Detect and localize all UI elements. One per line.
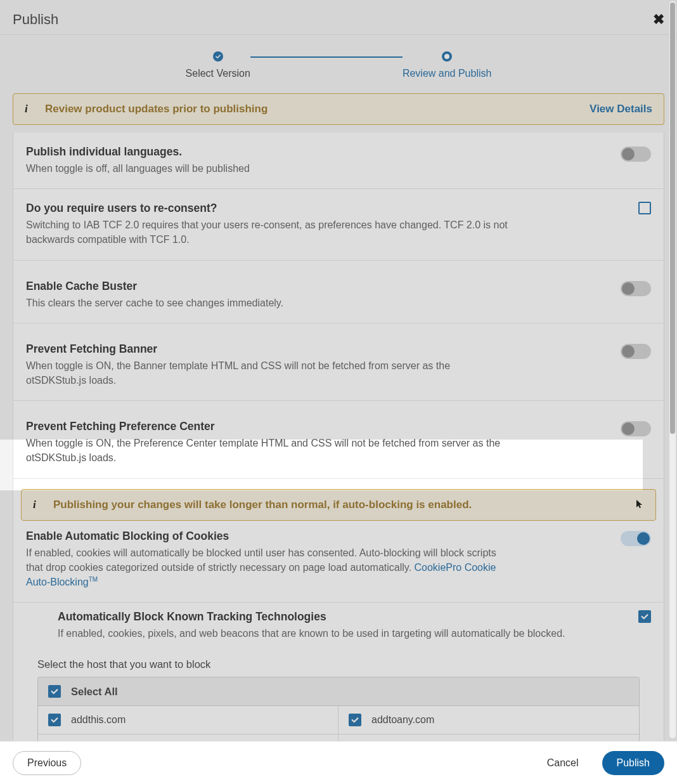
cancel-button[interactable]: Cancel [532, 751, 593, 775]
prevent-banner-toggle[interactable] [621, 344, 651, 359]
known-tracking-title: Automatically Block Known Tracking Techn… [58, 610, 565, 624]
host-checkbox[interactable] [349, 714, 361, 726]
publish-button[interactable]: Publish [602, 751, 664, 775]
vertical-scrollbar[interactable] [669, 1, 676, 738]
prevent-prefcenter-desc: When toggle is ON, the Preference Center… [26, 436, 508, 465]
known-tracking-desc: If enabled, cookies, pixels, and web bea… [58, 626, 565, 641]
cache-buster-toggle[interactable] [621, 281, 651, 296]
autoblock-title: Enable Automatic Blocking of Cookies [26, 530, 508, 543]
host-checkbox[interactable] [48, 714, 61, 726]
reconsent-title: Do you require users to re-consent? [26, 202, 508, 215]
autoblock-toggle[interactable] [621, 531, 651, 546]
publish-languages-toggle[interactable] [621, 147, 651, 162]
info-icon: i [25, 103, 32, 115]
view-details-link[interactable]: View Details [590, 103, 652, 115]
known-tracking-checkbox[interactable] [638, 610, 651, 623]
review-updates-banner: i Review product updates prior to publis… [13, 93, 664, 125]
host-label: addtoany.com [371, 714, 434, 726]
host-cell: addthis.com [38, 706, 338, 734]
modal-title: Publish [13, 11, 58, 28]
step-1-complete-icon [213, 51, 223, 62]
modal-footer: Previous Cancel Publish [0, 741, 677, 784]
previous-button[interactable]: Previous [13, 751, 81, 775]
cache-buster-desc: This clears the server cache to see chan… [26, 296, 283, 310]
host-cell: addtoany.com [338, 706, 639, 734]
reconsent-checkbox[interactable] [638, 202, 651, 214]
host-cell: amazon-adsystem.com [338, 734, 639, 741]
host-table: Select All addthis.comaddtoany.comadsrvr… [37, 677, 640, 741]
prevent-banner-desc: When toggle is ON, the Banner template H… [26, 358, 508, 388]
autoblock-warning-banner: i Publishing your changes will take long… [21, 489, 656, 521]
step-2-current-icon [442, 51, 452, 62]
prevent-banner-title: Prevent Fetching Banner [26, 343, 508, 356]
reconsent-desc: Switching to IAB TCF 2.0 requires that y… [26, 218, 508, 247]
close-icon[interactable]: ✖ [653, 11, 664, 28]
cache-buster-title: Enable Cache Buster [26, 280, 283, 293]
info-icon: i [33, 499, 41, 511]
select-all-checkbox[interactable] [48, 685, 61, 698]
prevent-prefcenter-title: Prevent Fetching Preference Center [26, 420, 508, 433]
autoblock-warning-text: Publishing your changes will take longer… [53, 499, 472, 511]
autoblock-desc: If enabled, cookies will automatically b… [26, 546, 508, 590]
host-select-label: Select the host that you want to block [13, 651, 664, 677]
stepper: Select Version Review and Publish [0, 35, 677, 93]
publish-languages-desc: When toggle is off, all languages will b… [26, 161, 250, 176]
host-cell: adsrvr.org [38, 734, 338, 741]
step-1-label: Select Version [186, 68, 250, 79]
prevent-prefcenter-toggle[interactable] [621, 421, 651, 436]
modal-scroll-area[interactable]: Publish ✖ Select Version Review and Publ… [0, 0, 677, 741]
step-connector [250, 56, 403, 58]
cursor-icon [635, 499, 645, 511]
host-label: addthis.com [71, 714, 126, 726]
banner-text: Review product updates prior to publishi… [45, 103, 268, 115]
publish-languages-title: Publish individual languages. [26, 145, 250, 159]
step-2-label: Review and Publish [403, 68, 492, 79]
scrollbar-thumb[interactable] [670, 3, 675, 434]
select-all-label: Select All [71, 686, 118, 698]
